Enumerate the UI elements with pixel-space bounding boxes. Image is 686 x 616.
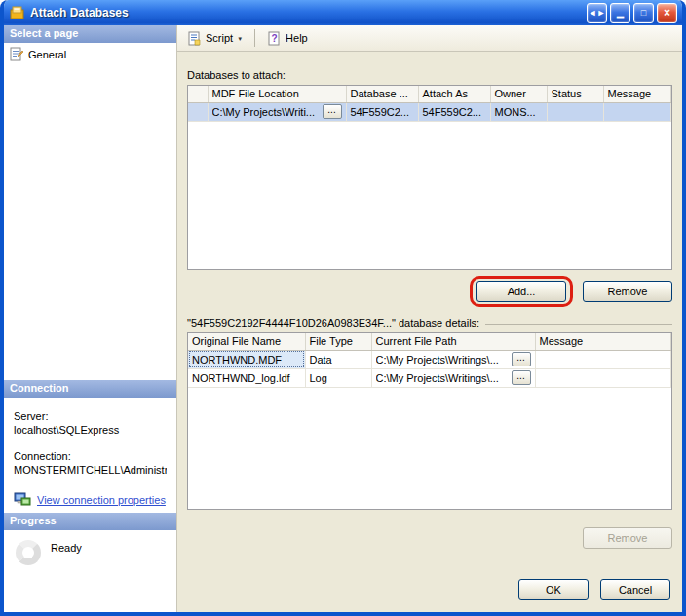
dialog-footer: OK Cancel bbox=[187, 575, 672, 602]
attach-col-attach-as[interactable]: Attach As bbox=[418, 86, 490, 102]
connection-block: Server: localhost\SQLExpress Connection:… bbox=[4, 398, 176, 513]
details-col-file-type[interactable]: File Type bbox=[305, 333, 371, 350]
progress-header: Progress bbox=[4, 513, 176, 530]
browse-log-path-button[interactable]: ... bbox=[512, 370, 531, 385]
help-button[interactable]: ? Help bbox=[263, 29, 312, 48]
titlebar-buttons: ◄► ▁ □ × bbox=[587, 3, 677, 23]
toolbar: Script ▼ ? Help bbox=[177, 25, 682, 52]
main-content: Databases to attach: MDF File Location bbox=[177, 52, 682, 612]
details-col-current-file-path[interactable]: Current File Path bbox=[371, 333, 535, 350]
attach-col-status[interactable]: Status bbox=[547, 86, 603, 102]
window-body: Select a page General Connection Server: bbox=[4, 25, 682, 612]
ok-button[interactable]: OK bbox=[518, 579, 589, 600]
database-cell[interactable]: 54F559C2... bbox=[346, 102, 418, 121]
add-button-highlight-annotation: Add... bbox=[470, 276, 573, 307]
current-file-path-cell[interactable]: C:\My Projects\Writings\... ... bbox=[371, 350, 535, 368]
mdf-file-location-cell[interactable]: C:\My Projects\Writi... ... bbox=[208, 102, 346, 121]
details-message-cell[interactable] bbox=[535, 368, 671, 387]
sidebar-item-general-label: General bbox=[28, 49, 66, 60]
status-cell[interactable] bbox=[547, 102, 603, 121]
details-divider bbox=[485, 324, 672, 325]
attach-databases-window: Attach Databases ◄► ▁ □ × Select a page bbox=[0, 0, 686, 616]
database-details-label: "54F559C2192F4444F10D26A0983E34F..." dat… bbox=[187, 317, 479, 328]
help-button-label: Help bbox=[286, 32, 308, 44]
owner-cell[interactable]: MONS... bbox=[490, 102, 547, 121]
original-file-name-cell[interactable]: NORTHWND.MDF bbox=[188, 350, 305, 368]
message-cell[interactable] bbox=[603, 102, 671, 121]
close-icon[interactable]: × bbox=[657, 3, 677, 23]
attach-col-gutter bbox=[188, 86, 208, 102]
server-label: Server: bbox=[14, 409, 167, 423]
current-file-path-value: C:\My Projects\Writings\... bbox=[376, 372, 509, 384]
databases-to-attach-label: Databases to attach: bbox=[187, 69, 672, 81]
sidebar-item-general[interactable]: General bbox=[4, 43, 176, 65]
attach-col-mdf-file-location[interactable]: MDF File Location bbox=[208, 86, 346, 102]
remove-button[interactable]: Remove bbox=[583, 281, 672, 302]
view-connection-properties-link[interactable]: View connection properties bbox=[37, 493, 166, 507]
browse-mdf-button[interactable]: ... bbox=[323, 104, 342, 119]
details-table-row-log[interactable]: NORTHWND_log.ldf Log C:\My Projects\Writ… bbox=[188, 368, 671, 387]
script-button-label: Script bbox=[206, 32, 233, 44]
script-icon bbox=[187, 31, 202, 46]
cancel-button[interactable]: Cancel bbox=[600, 579, 670, 600]
help-icon: ? bbox=[267, 31, 282, 46]
file-type-cell[interactable]: Log bbox=[305, 368, 371, 387]
progress-block: Ready bbox=[4, 530, 176, 612]
server-value: localhost\SQLExpress bbox=[14, 423, 167, 437]
attach-col-message[interactable]: Message bbox=[603, 86, 671, 102]
main-panel: Script ▼ ? Help Databases to attach: bbox=[177, 25, 682, 612]
connection-header: Connection bbox=[4, 380, 176, 398]
connection-properties-icon bbox=[14, 492, 31, 507]
window-database-icon bbox=[10, 5, 25, 20]
svg-text:?: ? bbox=[272, 33, 278, 44]
script-button[interactable]: Script ▼ bbox=[183, 29, 247, 48]
details-message-cell[interactable] bbox=[535, 350, 671, 368]
attach-as-cell[interactable]: 54F559C2... bbox=[418, 102, 490, 121]
sidebar-spacer bbox=[4, 65, 176, 380]
attach-col-owner[interactable]: Owner bbox=[490, 86, 547, 102]
window-title: Attach Databases bbox=[30, 6, 582, 19]
progress-spinner-icon bbox=[16, 540, 41, 565]
details-remove-button[interactable]: Remove bbox=[583, 527, 672, 549]
select-a-page-header: Select a page bbox=[4, 25, 176, 43]
browse-data-path-button[interactable]: ... bbox=[512, 352, 531, 366]
sidebar: Select a page General Connection Server: bbox=[4, 25, 177, 612]
connection-label: Connection: bbox=[14, 449, 167, 463]
maximize-icon[interactable]: □ bbox=[633, 3, 654, 23]
details-table-header-row: Original File Name File Type Current Fil… bbox=[188, 333, 671, 350]
current-file-path-cell[interactable]: C:\My Projects\Writings\... ... bbox=[371, 368, 535, 387]
database-details-table[interactable]: Original File Name File Type Current Fil… bbox=[187, 332, 672, 510]
progress-status: Ready bbox=[51, 540, 82, 554]
attach-table-row[interactable]: C:\My Projects\Writi... ... 54F559C2... … bbox=[188, 102, 671, 121]
attach-table-header-row: MDF File Location Database ... Attach As… bbox=[188, 86, 671, 102]
current-file-path-value: C:\My Projects\Writings\... bbox=[376, 354, 509, 366]
titlebar[interactable]: Attach Databases ◄► ▁ □ × bbox=[4, 0, 682, 25]
minimize-icon[interactable]: ▁ bbox=[610, 3, 630, 23]
dock-arrows-icon[interactable]: ◄► bbox=[587, 3, 607, 23]
connection-value: MONSTERMITCHELL\Administra bbox=[14, 463, 167, 477]
row-gutter-cell[interactable] bbox=[188, 102, 208, 121]
page-icon bbox=[9, 47, 23, 61]
attach-col-database[interactable]: Database ... bbox=[346, 86, 418, 102]
mdf-file-location-value: C:\My Projects\Writi... bbox=[212, 106, 320, 118]
details-col-original-file-name[interactable]: Original File Name bbox=[188, 333, 305, 350]
script-dropdown-icon[interactable]: ▼ bbox=[237, 34, 243, 42]
original-file-name-cell[interactable]: NORTHWND_log.ldf bbox=[188, 368, 305, 387]
add-button[interactable]: Add... bbox=[476, 281, 566, 302]
databases-to-attach-table[interactable]: MDF File Location Database ... Attach As… bbox=[187, 85, 672, 270]
file-type-cell[interactable]: Data bbox=[305, 350, 371, 368]
toolbar-separator bbox=[254, 29, 255, 47]
details-table-row-data[interactable]: NORTHWND.MDF Data C:\My Projects\Writing… bbox=[188, 350, 671, 368]
details-col-message[interactable]: Message bbox=[535, 333, 671, 350]
